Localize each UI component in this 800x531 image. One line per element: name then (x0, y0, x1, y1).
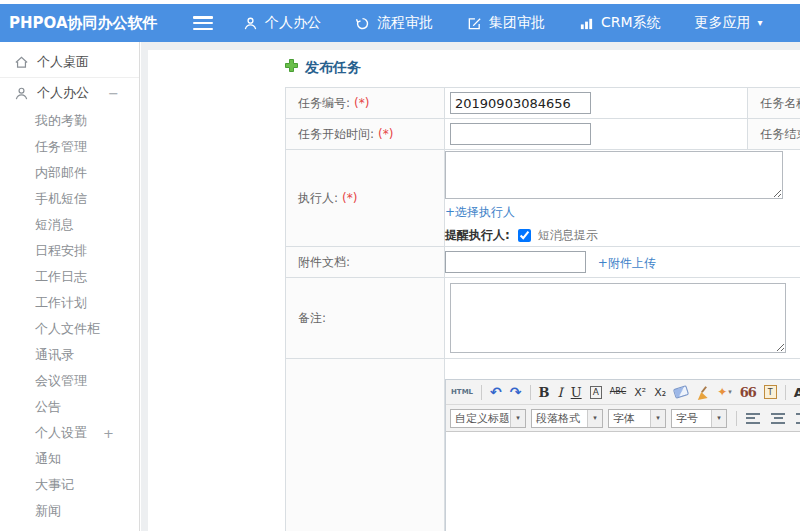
attachment-input[interactable] (445, 251, 586, 273)
italic-button[interactable]: I (558, 386, 563, 399)
magic-wand-icon: ✦ (717, 386, 727, 398)
attachment-upload-link[interactable]: +附件上传 (598, 256, 656, 270)
nav-group-approval[interactable]: 集团审批 (467, 14, 545, 32)
toolbar-separator (530, 385, 531, 400)
sidebar-item-label: 新闻 (35, 502, 61, 520)
font-color-button[interactable]: A ▾ (794, 386, 800, 399)
bold-button[interactable]: B (539, 386, 550, 399)
sidebar-item-personal-office[interactable]: 个人办公 − (0, 78, 139, 108)
table-row: 任务开始时间:(*) 任务结束时间:(*) (286, 119, 800, 150)
sms-remind-checkbox[interactable] (518, 229, 531, 242)
sidebar-item-work-log[interactable]: 工作日志 (0, 264, 139, 290)
nav-more-apps[interactable]: 更多应用 ▾ (695, 14, 763, 32)
sidebar-item-notice[interactable]: 通知 (0, 446, 139, 472)
start-time-input[interactable] (450, 123, 591, 145)
edit-icon (467, 16, 482, 31)
page-title-text: 发布任务 (305, 59, 361, 77)
nav-label: 更多应用 (695, 14, 751, 32)
sidebar-item-label: 公告 (35, 398, 61, 416)
sidebar-item-personal-desktop[interactable]: 个人桌面 (0, 47, 139, 78)
top-navbar: PHPOA协同办公软件 个人办公 流程审批 集团审批 (0, 4, 800, 42)
field-label: 备注: (298, 311, 326, 325)
remark-textarea[interactable] (450, 283, 786, 353)
task-no-value-cell (445, 88, 748, 119)
dropdown-label: 字体 (609, 411, 650, 426)
publish-task-form: 任务编号:(*) 任务名称:(*) 任务开始时间:(*) (285, 87, 800, 531)
content-panel: 发布任务 任务编号:(*) 任务名称:(*) (148, 50, 800, 531)
sidebar: 个人桌面 个人办公 − 我的考勤 任务管理 内部邮件 手机短信 短消息 日程安排… (0, 42, 140, 531)
nav-crm-system[interactable]: CRM系统 (579, 14, 661, 32)
executor-textarea[interactable] (445, 151, 783, 199)
expand-icon[interactable]: + (103, 426, 114, 441)
sidebar-item-label: 日程安排 (35, 242, 87, 260)
paste-as-text-icon[interactable]: T (764, 385, 777, 399)
align-right-icon[interactable] (796, 413, 800, 424)
nav-label: 个人办公 (265, 14, 321, 32)
executor-label-cell: 执行人:(*) (286, 150, 445, 247)
font-style-button[interactable]: A (590, 386, 602, 399)
top-nav-items: 个人办公 流程审批 集团审批 CRM系统 更多应用 (243, 14, 763, 32)
sidebar-item-label: 个人办公 (37, 84, 89, 102)
main-area: 发布任务 任务编号:(*) 任务名称:(*) (141, 42, 800, 531)
underline-button[interactable]: U (571, 386, 582, 399)
sidebar-item-internal-mail[interactable]: 内部邮件 (0, 160, 139, 186)
rich-text-editor: HTML ↶ ↷ B I U A ABC X² (445, 379, 800, 531)
collapse-icon[interactable]: − (108, 86, 119, 101)
sidebar-item-contacts[interactable]: 通讯录 (0, 342, 139, 368)
editor-content-area[interactable] (446, 432, 800, 531)
required-mark: (*) (378, 127, 393, 141)
caret-down-icon: ▾ (650, 410, 665, 427)
remark-label-cell: 备注: (286, 278, 445, 359)
field-label: 执行人: (298, 191, 338, 205)
font-size-dropdown[interactable]: 字号 ▾ (671, 409, 727, 428)
hamburger-menu-icon[interactable] (193, 16, 213, 30)
sidebar-item-label: 个人设置 (35, 424, 87, 442)
sidebar-item-task-management[interactable]: 任务管理 (0, 134, 139, 160)
strikethrough-button[interactable]: ABC (610, 388, 626, 396)
superscript-button[interactable]: X² (634, 387, 646, 398)
redo-icon[interactable]: ↷ (510, 385, 522, 399)
sidebar-item-personal-cabinet[interactable]: 个人文件柜 (0, 316, 139, 342)
nav-personal-office[interactable]: 个人办公 (243, 14, 321, 32)
dropdown-label: 段落格式 (532, 411, 587, 426)
field-label: 任务编号: (298, 96, 350, 110)
sidebar-item-mobile-sms[interactable]: 手机短信 (0, 186, 139, 212)
align-left-icon[interactable] (746, 413, 760, 424)
table-row: 任务描述:(*) HTML ↶ ↷ B I (286, 359, 800, 531)
table-row: 附件文档: +附件上传 (286, 247, 800, 278)
table-row: 备注: (286, 278, 800, 359)
paragraph-format-dropdown[interactable]: 段落格式 ▾ (531, 409, 603, 428)
font-family-dropdown[interactable]: 字体 ▾ (608, 409, 666, 428)
sidebar-item-meeting-management[interactable]: 会议管理 (0, 368, 139, 394)
format-brush-icon[interactable] (696, 386, 709, 399)
html-source-button[interactable]: HTML (451, 389, 473, 396)
custom-title-dropdown[interactable]: 自定义标题 ▾ (450, 409, 526, 428)
history-icon (355, 16, 370, 31)
task-no-input[interactable] (450, 92, 591, 114)
sidebar-item-announcement[interactable]: 公告 (0, 394, 139, 420)
sidebar-item-label: 任务管理 (35, 138, 87, 156)
eraser-icon[interactable] (673, 385, 689, 399)
sidebar-item-short-message[interactable]: 短消息 (0, 212, 139, 238)
blockquote-button[interactable]: 66 (740, 386, 756, 399)
toolbar-separator (736, 411, 737, 426)
description-editor-cell: HTML ↶ ↷ B I U A ABC X² (445, 359, 800, 531)
page-title: 发布任务 (284, 58, 361, 77)
field-label: 任务开始时间: (298, 127, 374, 141)
magic-wand-button[interactable]: ✦ ▾ (717, 386, 732, 398)
sidebar-item-memorabilia[interactable]: 大事记 (0, 472, 139, 498)
editor-toolbar-row1: HTML ↶ ↷ B I U A ABC X² (446, 380, 800, 405)
sidebar-item-label: 个人文件柜 (35, 320, 100, 338)
sidebar-item-label: 个人桌面 (37, 53, 89, 71)
nav-workflow-approval[interactable]: 流程审批 (355, 14, 433, 32)
sidebar-item-schedule[interactable]: 日程安排 (0, 238, 139, 264)
subscript-button[interactable]: X₂ (654, 387, 666, 398)
undo-icon[interactable]: ↶ (490, 385, 502, 399)
sidebar-item-work-plan[interactable]: 工作计划 (0, 290, 139, 316)
remind-executor-label: 提醒执行人: (445, 227, 510, 244)
choose-executor-link[interactable]: +选择执行人 (445, 205, 515, 219)
sidebar-item-personal-settings[interactable]: 个人设置 + (0, 420, 139, 446)
sidebar-item-news[interactable]: 新闻 (0, 498, 139, 524)
sidebar-item-my-attendance[interactable]: 我的考勤 (0, 108, 139, 134)
align-center-icon[interactable] (771, 413, 785, 424)
